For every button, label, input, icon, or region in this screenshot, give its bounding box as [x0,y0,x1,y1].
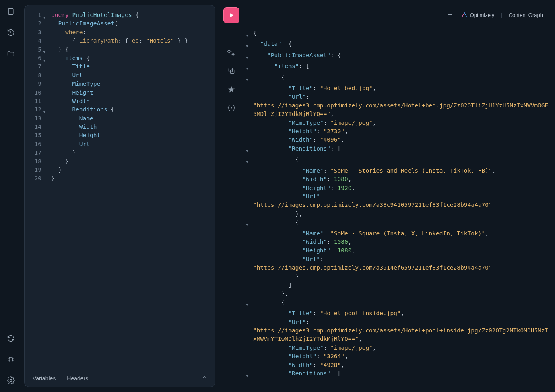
svg-point-7 [231,107,232,108]
brand-logo: Optimizely [461,12,495,18]
variables-tab[interactable]: Variables [33,375,56,382]
doc-icon[interactable] [6,7,15,16]
run-query-button[interactable] [223,7,239,23]
svg-point-2 [10,380,12,382]
editor-toolbar [219,5,243,387]
headers-tab[interactable]: Headers [67,375,88,382]
copy-icon[interactable] [227,66,236,76]
response-viewer[interactable]: ▼{▼ "data": {▼ "PublicImageAsset": {▼ "i… [243,25,550,387]
query-editor[interactable]: 1▼2345▼6▼789101112▼1314151617181920 quer… [25,5,215,369]
svg-rect-0 [8,9,13,15]
chevron-up-icon[interactable]: ⌃ [202,375,207,382]
product-name: Content Graph [509,12,543,18]
brand-name: Optimizely [470,12,495,18]
keyboard-shortcuts-icon[interactable] [6,355,15,364]
reload-icon[interactable] [6,334,15,343]
editor-footer: Variables Headers ⌃ [25,369,215,387]
add-tab-button[interactable]: + [448,10,452,20]
folder-icon[interactable] [6,49,15,58]
merge-brackets-icon[interactable] [227,103,236,113]
query-editor-panel: 1▼2345▼6▼789101112▼1314151617181920 quer… [24,5,215,387]
optimizely-logo-icon [461,12,468,18]
history-icon[interactable] [6,28,15,37]
prettify-icon[interactable] [227,47,236,57]
star-icon[interactable] [227,85,236,94]
svg-marker-6 [228,86,235,93]
results-panel: + Optimizely | Content Graph ▼{▼ "data":… [243,5,550,387]
settings-gear-icon[interactable] [6,376,15,385]
svg-marker-3 [230,13,233,18]
left-rail [0,0,22,392]
svg-rect-1 [9,358,12,361]
